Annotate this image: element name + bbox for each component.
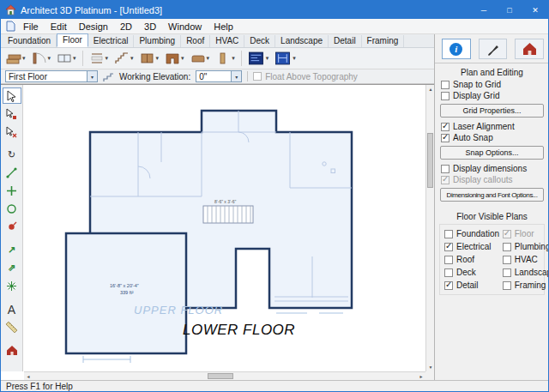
select-object-tool-button[interactable] xyxy=(3,106,21,122)
dropdown-arrow-icon[interactable]: ▾ xyxy=(73,55,76,62)
add-point-tool-button[interactable] xyxy=(3,183,21,199)
cabinet-tool-button[interactable]: ▾ xyxy=(137,50,162,68)
column-tool-button[interactable]: ▾ xyxy=(213,50,238,68)
dimensioning-font-options-button[interactable]: Dimensioning and Font Options... xyxy=(440,188,544,202)
resize-tool-button[interactable]: ⇗ xyxy=(3,260,21,276)
remove-point-tool-button[interactable] xyxy=(3,219,21,235)
dropdown-arrow-icon[interactable]: ▾ xyxy=(106,55,109,62)
tab-floor[interactable]: Floor xyxy=(57,33,88,47)
dropdown-arrow-icon[interactable]: ▾ xyxy=(181,55,184,62)
erase-tool-button[interactable] xyxy=(3,124,21,140)
plan-checkbox-electrical[interactable]: Electrical xyxy=(440,241,498,252)
plan-checkbox-plumbing[interactable]: Plumbing xyxy=(498,241,544,252)
floor-plan-preview-button[interactable]: ▾ xyxy=(272,50,299,68)
plan-canvas[interactable]: 8'-6" x 3'-6" 16'-8" x 20'-4" 339 ft² UP… xyxy=(24,85,425,371)
door-tool-button[interactable]: ▾ xyxy=(29,50,54,68)
plan-checkbox-deck[interactable]: Deck xyxy=(440,267,498,278)
horizontal-scrollbar-thumb[interactable] xyxy=(208,373,233,379)
plan-checkbox-landscape[interactable]: Landscape xyxy=(498,267,544,278)
menu-item-2d[interactable]: 2D xyxy=(114,19,138,33)
menu-item-3d[interactable]: 3D xyxy=(138,19,162,33)
document-icon xyxy=(6,21,15,32)
tab-landscape[interactable]: Landscape xyxy=(275,35,329,47)
tab-detail[interactable]: Detail xyxy=(329,35,362,47)
plan-checkbox-foundation[interactable]: Foundation xyxy=(440,228,498,239)
tab-plumbing[interactable]: Plumbing xyxy=(134,35,181,47)
combo-dropdown-icon[interactable]: ▾ xyxy=(87,71,97,81)
snap-to-grid-checkbox[interactable]: Snap to Grid xyxy=(435,79,549,90)
window-tool-button[interactable]: ▾ xyxy=(54,50,79,68)
working-elevation-value: 0" xyxy=(199,72,207,81)
dropdown-arrow-icon[interactable]: ▾ xyxy=(266,55,269,62)
display-dimensions-checkbox[interactable]: Display dimensions xyxy=(435,163,549,174)
dropdown-arrow-icon[interactable]: ▾ xyxy=(130,55,134,62)
circle-icon xyxy=(6,203,17,214)
plan-tab-bar: Foundation Floor Electrical Plumbing Roo… xyxy=(1,34,434,48)
tab-electrical[interactable]: Electrical xyxy=(88,35,135,47)
menu-item-design[interactable]: Design xyxy=(73,19,114,33)
scroll-left-button[interactable]: ◄ xyxy=(24,372,33,381)
plan-label: Framing xyxy=(515,280,546,290)
working-elevation-input[interactable]: 0" ▾ xyxy=(196,70,242,82)
rotate-tool-button[interactable]: ↻ xyxy=(3,147,21,163)
snap-options-button[interactable]: Snap Options... xyxy=(440,146,544,160)
stair-tool-button[interactable]: ▾ xyxy=(112,50,136,68)
electrical-plan-preview-button[interactable]: ▾ xyxy=(245,50,272,68)
dropdown-arrow-icon[interactable]: ▾ xyxy=(22,55,26,62)
info-mode-button[interactable]: i xyxy=(442,39,471,59)
dropdown-arrow-icon[interactable]: ▾ xyxy=(207,55,210,62)
furniture-tool-button[interactable]: ▾ xyxy=(188,50,213,68)
move-tool-button[interactable]: ↗ xyxy=(3,242,21,258)
scroll-down-button[interactable]: ▼ xyxy=(426,363,435,371)
grid-properties-button[interactable]: Grid Properties... xyxy=(440,104,544,118)
maximize-button[interactable]: □ xyxy=(497,1,522,19)
materials-mode-button[interactable] xyxy=(479,39,508,59)
menu-item-help[interactable]: Help xyxy=(208,19,239,33)
flooring-icon xyxy=(6,51,21,65)
home-3d-tool-button[interactable] xyxy=(3,342,21,359)
dropdown-arrow-icon[interactable]: ▾ xyxy=(293,55,296,62)
tab-foundation[interactable]: Foundation xyxy=(3,35,57,47)
dimension-tool-button[interactable] xyxy=(3,319,21,335)
text-tool-button[interactable]: A xyxy=(3,301,21,317)
scroll-right-button[interactable]: ► xyxy=(417,372,425,381)
flooring-tool-button[interactable]: ▾ xyxy=(3,50,28,68)
tab-roof[interactable]: Roof xyxy=(181,35,210,47)
ellipse-tool-button[interactable] xyxy=(3,201,21,217)
fireplace-tool-button[interactable]: ▾ xyxy=(162,50,187,68)
plan-checkbox-detail[interactable]: Detail xyxy=(440,280,498,291)
plan-checkbox-framing[interactable]: Framing xyxy=(498,280,544,291)
dropdown-arrow-icon[interactable]: ▾ xyxy=(232,55,235,62)
plan-checkbox-roof[interactable]: Roof xyxy=(440,254,498,265)
display-grid-checkbox[interactable]: Display Grid xyxy=(435,90,549,101)
line-tool-button[interactable] xyxy=(3,165,21,181)
close-button[interactable]: ✕ xyxy=(522,1,548,19)
auto-snap-checkbox[interactable]: Auto Snap xyxy=(435,132,549,143)
menu-item-file[interactable]: File xyxy=(17,19,45,33)
menu-item-window[interactable]: Window xyxy=(162,19,208,33)
staircase[interactable] xyxy=(203,206,253,223)
plan-checkbox-floor: Floor xyxy=(498,228,544,239)
floor-selector-combobox[interactable]: First Floor ▾ xyxy=(5,70,98,82)
combo-dropdown-icon[interactable]: ▾ xyxy=(231,71,241,81)
tab-hvac[interactable]: HVAC xyxy=(210,35,244,47)
scroll-up-button[interactable]: ▲ xyxy=(426,85,435,93)
select-tool-button[interactable] xyxy=(3,87,21,104)
opening-tool-button[interactable]: ▾ xyxy=(87,50,112,68)
vertical-scrollbar-thumb[interactable] xyxy=(427,133,433,188)
landscape-tool-button[interactable] xyxy=(3,278,21,294)
display-callouts-checkbox: Display callouts xyxy=(435,174,549,185)
tab-deck[interactable]: Deck xyxy=(244,35,275,47)
plan-checkbox-hvac[interactable]: HVAC xyxy=(498,254,544,265)
plan-label: Detail xyxy=(456,280,479,290)
laser-alignment-checkbox[interactable]: Laser Alignment xyxy=(435,121,549,132)
tab-framing[interactable]: Framing xyxy=(362,35,405,47)
minimize-button[interactable]: ─ xyxy=(471,1,497,19)
view-3d-mode-button[interactable] xyxy=(515,39,544,59)
window-controls: ─ □ ✕ xyxy=(471,1,548,19)
vertical-scrollbar[interactable]: ▲ ▼ xyxy=(425,85,434,371)
dropdown-arrow-icon[interactable]: ▾ xyxy=(48,55,51,62)
menu-item-edit[interactable]: Edit xyxy=(45,19,73,33)
horizontal-scrollbar[interactable]: ◄ ► xyxy=(24,371,425,380)
dropdown-arrow-icon[interactable]: ▾ xyxy=(156,55,160,62)
